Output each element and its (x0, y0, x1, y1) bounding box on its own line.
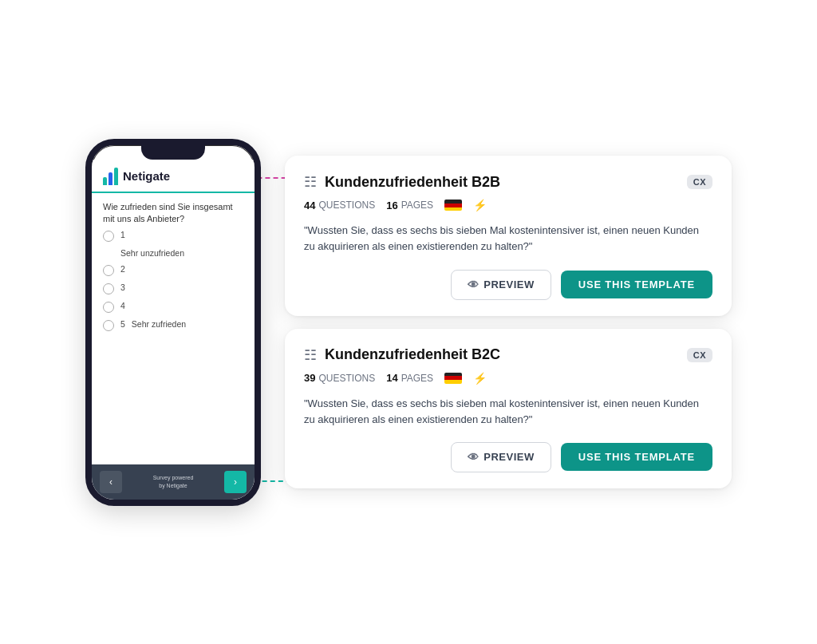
preview-label-b2b: PREVIEW (483, 279, 534, 290)
preview-label-b2c: PREVIEW (483, 451, 534, 463)
radio-4[interactable] (103, 302, 114, 313)
radio-3[interactable] (103, 283, 114, 294)
card-b2b-description: "Wussten Sie, dass es sechs bis sieben M… (304, 223, 712, 255)
logo-text: Netigate (123, 169, 170, 183)
card-b2c: ☷ Kundenzufriedenheit B2C CX 39 QUESTION… (285, 329, 732, 488)
cx-badge-b2c: CX (687, 348, 712, 362)
card-b2b-header: ☷ Kundenzufriedenheit B2B CX (304, 173, 712, 191)
logo-bar-2 (109, 172, 112, 185)
prev-icon: ‹ (109, 476, 112, 488)
card-b2c-description: "Wussten Sie, dass es sechs bis sieben m… (304, 396, 712, 428)
logo-bars (103, 168, 118, 185)
radio-1[interactable] (103, 231, 114, 242)
logo-bar-3 (114, 168, 118, 185)
option-1-value: 1 (120, 230, 125, 239)
phone-notch (141, 145, 205, 160)
phone-header: Netigate (92, 160, 255, 193)
powered-by: Survey powered by Netigate (153, 474, 194, 488)
questions-label-b2c: QUESTIONS (318, 373, 375, 384)
card-b2b: ☷ Kundenzufriedenheit B2B CX 44 QUESTION… (285, 156, 732, 315)
preview-button-b2b[interactable]: 👁 PREVIEW (451, 270, 551, 300)
document-icon: ☷ (304, 173, 317, 191)
option-2-value: 2 (120, 264, 125, 274)
eye-icon-b2c: 👁 (468, 451, 480, 464)
option-1-text: Sehr unzufrieden (120, 248, 184, 258)
pages-meta: 16 PAGES (386, 200, 433, 211)
cards-container: ☷ Kundenzufriedenheit B2B CX 44 QUESTION… (285, 156, 732, 488)
option-3-value: 3 (120, 282, 125, 292)
scene: Netigate Wie zufrieden sind Sie insgesam… (69, 123, 748, 522)
flag-gold-b2c (444, 380, 462, 384)
card-b2c-meta: 39 QUESTIONS 14 PAGES ⚡ (304, 372, 712, 385)
preview-button-b2c[interactable]: 👁 PREVIEW (451, 442, 551, 472)
use-template-button-b2b[interactable]: USE ThIS TEMPLATE (561, 271, 712, 298)
card-b2c-actions: 👁 PREVIEW USE ThIS TEMPLATE (304, 442, 712, 472)
phone-question: Wie zufrieden sind Sie insgesamt mit uns… (92, 193, 255, 231)
next-button[interactable]: › (224, 471, 247, 493)
phone-option-3: 3 (103, 282, 243, 294)
phone-option-4: 4 (103, 301, 243, 313)
option-4-value: 4 (120, 301, 125, 310)
radio-5[interactable] (103, 320, 114, 331)
logo-bar-1 (103, 177, 107, 185)
card-b2c-header: ☷ Kundenzufriedenheit B2C CX (304, 346, 712, 364)
phone-options: 1 Sehr unzufrieden 2 3 4 (92, 230, 255, 331)
usb-icon-b2c: ⚡ (473, 372, 487, 385)
use-template-button-b2c[interactable]: USE ThIS TEMPLATE (561, 443, 712, 471)
pages-count-b2c: 14 (386, 372, 397, 384)
phone-screen: Netigate Wie zufrieden sind Sie insgesam… (92, 160, 255, 500)
phone-option-1-label: Sehr unzufrieden (103, 248, 243, 258)
option-5-value: 5 (120, 319, 125, 329)
radio-2[interactable] (103, 265, 114, 276)
option-5-text: Sehr zufrieden (132, 319, 186, 329)
use-template-label-b2c: USE ThIS TEMPLATE (578, 451, 695, 463)
use-template-label-b2b: USE ThIS TEMPLATE (578, 279, 695, 290)
card-b2c-title-row: ☷ Kundenzufriedenheit B2C (304, 346, 500, 364)
card-b2c-title: Kundenzufriedenheit B2C (325, 346, 500, 363)
pages-label: PAGES (401, 200, 433, 211)
questions-label: QUESTIONS (318, 200, 375, 211)
german-flag (444, 200, 462, 211)
eye-icon-b2b: 👁 (468, 279, 480, 291)
german-flag-b2c (444, 373, 462, 384)
card-b2b-title-row: ☷ Kundenzufriedenheit B2B (304, 173, 500, 191)
phone-option-2: 2 (103, 264, 243, 276)
document-icon-b2c: ☷ (304, 346, 317, 364)
card-b2b-actions: 👁 PREVIEW USE ThIS TEMPLATE (304, 270, 712, 300)
pages-meta-b2c: 14 PAGES (386, 372, 433, 384)
phone-footer: ‹ Survey powered by Netigate › (92, 464, 255, 500)
flag-gold (444, 207, 462, 211)
phone-option-1: 1 (103, 230, 243, 242)
pages-count: 16 (386, 200, 397, 211)
questions-meta-b2c: 39 QUESTIONS (304, 372, 375, 384)
usb-icon: ⚡ (473, 199, 487, 211)
netigate-logo: Netigate (103, 168, 170, 185)
phone-option-5: 5 Sehr zufrieden (103, 319, 243, 331)
next-icon: › (234, 476, 237, 488)
prev-button[interactable]: ‹ (100, 471, 122, 493)
phone-mockup: Netigate Wie zufrieden sind Sie insgesam… (85, 139, 261, 506)
questions-meta: 44 QUESTIONS (304, 200, 375, 211)
questions-count-b2c: 39 (304, 372, 315, 384)
pages-label-b2c: PAGES (401, 373, 433, 384)
cx-badge-b2b: CX (687, 175, 712, 189)
questions-count: 44 (304, 200, 315, 211)
card-b2b-title: Kundenzufriedenheit B2B (325, 174, 500, 191)
card-b2b-meta: 44 QUESTIONS 16 PAGES ⚡ (304, 199, 712, 211)
